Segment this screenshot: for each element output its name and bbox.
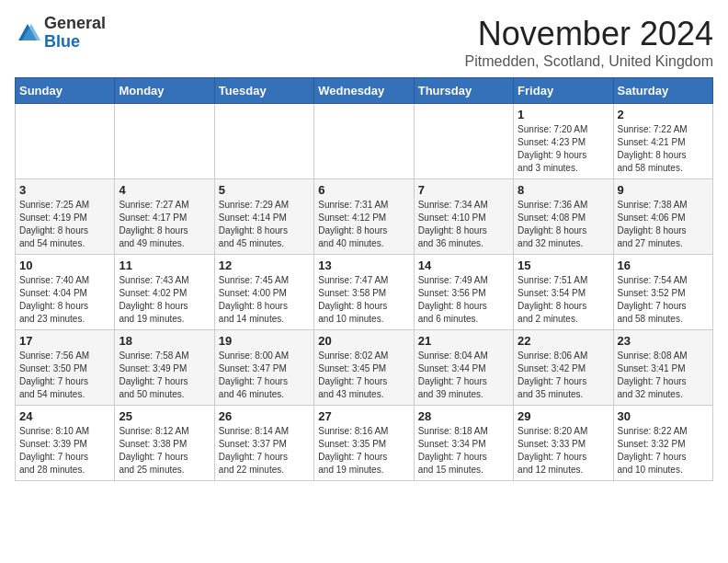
day-number: 9 — [618, 183, 709, 197]
day-detail: Sunrise: 7:36 AM Sunset: 4:08 PM Dayligh… — [518, 199, 609, 250]
day-detail: Sunrise: 8:10 AM Sunset: 3:39 PM Dayligh… — [19, 425, 110, 477]
day-cell: 11Sunrise: 7:43 AM Sunset: 4:02 PM Dayli… — [115, 255, 214, 330]
day-cell: 10Sunrise: 7:40 AM Sunset: 4:04 PM Dayli… — [16, 255, 115, 330]
day-number: 27 — [318, 409, 409, 423]
day-cell: 28Sunrise: 8:18 AM Sunset: 3:34 PM Dayli… — [414, 406, 513, 481]
week-row-1: 1Sunrise: 7:20 AM Sunset: 4:23 PM Daylig… — [16, 104, 713, 179]
header-cell-sunday: Sunday — [16, 78, 115, 104]
title-area: November 2024 Pitmedden, Scotland, Unite… — [465, 15, 713, 70]
day-cell: 15Sunrise: 7:51 AM Sunset: 3:54 PM Dayli… — [514, 255, 613, 330]
header-cell-friday: Friday — [514, 78, 613, 104]
day-detail: Sunrise: 7:58 AM Sunset: 3:49 PM Dayligh… — [119, 350, 210, 401]
week-row-2: 3Sunrise: 7:25 AM Sunset: 4:19 PM Daylig… — [16, 179, 713, 255]
day-detail: Sunrise: 7:31 AM Sunset: 4:12 PM Dayligh… — [318, 199, 409, 250]
day-number: 16 — [618, 259, 709, 272]
day-number: 6 — [318, 183, 409, 197]
day-cell: 9Sunrise: 7:38 AM Sunset: 4:06 PM Daylig… — [613, 179, 712, 255]
day-detail: Sunrise: 7:34 AM Sunset: 4:10 PM Dayligh… — [418, 199, 509, 250]
day-cell: 7Sunrise: 7:34 AM Sunset: 4:10 PM Daylig… — [414, 179, 513, 255]
day-cell: 16Sunrise: 7:54 AM Sunset: 3:52 PM Dayli… — [613, 255, 712, 330]
day-cell: 29Sunrise: 8:20 AM Sunset: 3:33 PM Dayli… — [514, 406, 613, 481]
day-number: 1 — [518, 108, 609, 121]
day-cell: 13Sunrise: 7:47 AM Sunset: 3:58 PM Dayli… — [314, 255, 414, 330]
day-detail: Sunrise: 8:00 AM Sunset: 3:47 PM Dayligh… — [219, 350, 310, 401]
day-number: 10 — [19, 259, 110, 272]
header: General Blue November 2024 Pitmedden, Sc… — [15, 15, 713, 70]
day-detail: Sunrise: 8:16 AM Sunset: 3:35 PM Dayligh… — [318, 425, 409, 477]
location: Pitmedden, Scotland, United Kingdom — [465, 53, 713, 70]
day-cell — [115, 104, 214, 179]
day-number: 15 — [518, 259, 609, 272]
header-cell-thursday: Thursday — [414, 78, 513, 104]
day-detail: Sunrise: 8:02 AM Sunset: 3:45 PM Dayligh… — [318, 350, 409, 401]
day-cell: 14Sunrise: 7:49 AM Sunset: 3:56 PM Dayli… — [414, 255, 513, 330]
day-number: 12 — [219, 259, 310, 272]
day-detail: Sunrise: 7:25 AM Sunset: 4:19 PM Dayligh… — [19, 199, 110, 250]
day-detail: Sunrise: 7:54 AM Sunset: 3:52 PM Dayligh… — [618, 274, 709, 326]
week-row-5: 24Sunrise: 8:10 AM Sunset: 3:39 PM Dayli… — [16, 406, 713, 481]
day-number: 2 — [618, 108, 709, 121]
week-row-3: 10Sunrise: 7:40 AM Sunset: 4:04 PM Dayli… — [16, 255, 713, 330]
day-number: 21 — [418, 334, 509, 348]
logo: General Blue — [15, 15, 106, 52]
header-cell-wednesday: Wednesday — [314, 78, 414, 104]
day-cell — [314, 104, 414, 179]
day-cell: 4Sunrise: 7:27 AM Sunset: 4:17 PM Daylig… — [115, 179, 214, 255]
day-detail: Sunrise: 7:40 AM Sunset: 4:04 PM Dayligh… — [19, 274, 110, 326]
day-detail: Sunrise: 8:14 AM Sunset: 3:37 PM Dayligh… — [219, 425, 310, 477]
day-number: 29 — [518, 409, 609, 423]
month-title: November 2024 — [465, 15, 713, 53]
calendar-table: SundayMondayTuesdayWednesdayThursdayFrid… — [15, 77, 713, 481]
day-detail: Sunrise: 8:20 AM Sunset: 3:33 PM Dayligh… — [518, 425, 609, 477]
logo-icon — [15, 20, 40, 46]
day-cell: 22Sunrise: 8:06 AM Sunset: 3:42 PM Dayli… — [514, 330, 613, 406]
day-detail: Sunrise: 7:43 AM Sunset: 4:02 PM Dayligh… — [119, 274, 210, 326]
day-number: 3 — [19, 183, 110, 197]
day-detail: Sunrise: 7:45 AM Sunset: 4:00 PM Dayligh… — [219, 274, 310, 326]
day-cell: 2Sunrise: 7:22 AM Sunset: 4:21 PM Daylig… — [613, 104, 712, 179]
day-cell: 6Sunrise: 7:31 AM Sunset: 4:12 PM Daylig… — [314, 179, 414, 255]
day-number: 4 — [119, 183, 210, 197]
day-detail: Sunrise: 8:06 AM Sunset: 3:42 PM Dayligh… — [518, 350, 609, 401]
day-detail: Sunrise: 8:08 AM Sunset: 3:41 PM Dayligh… — [618, 350, 709, 401]
day-detail: Sunrise: 8:12 AM Sunset: 3:38 PM Dayligh… — [119, 425, 210, 477]
day-detail: Sunrise: 7:20 AM Sunset: 4:23 PM Dayligh… — [518, 123, 609, 175]
header-cell-saturday: Saturday — [613, 78, 712, 104]
day-cell: 20Sunrise: 8:02 AM Sunset: 3:45 PM Dayli… — [314, 330, 414, 406]
day-cell: 21Sunrise: 8:04 AM Sunset: 3:44 PM Dayli… — [414, 330, 513, 406]
day-cell: 27Sunrise: 8:16 AM Sunset: 3:35 PM Dayli… — [314, 406, 414, 481]
header-cell-tuesday: Tuesday — [214, 78, 313, 104]
day-number: 22 — [518, 334, 609, 348]
day-cell: 1Sunrise: 7:20 AM Sunset: 4:23 PM Daylig… — [514, 104, 613, 179]
day-cell — [16, 104, 115, 179]
day-number: 18 — [119, 334, 210, 348]
day-number: 24 — [19, 409, 110, 423]
day-number: 26 — [219, 409, 310, 423]
day-number: 28 — [418, 409, 509, 423]
day-detail: Sunrise: 7:56 AM Sunset: 3:50 PM Dayligh… — [19, 350, 110, 401]
day-number: 8 — [518, 183, 609, 197]
day-detail: Sunrise: 8:04 AM Sunset: 3:44 PM Dayligh… — [418, 350, 509, 401]
day-cell: 24Sunrise: 8:10 AM Sunset: 3:39 PM Dayli… — [16, 406, 115, 481]
day-cell: 26Sunrise: 8:14 AM Sunset: 3:37 PM Dayli… — [214, 406, 313, 481]
header-cell-monday: Monday — [115, 78, 214, 104]
day-cell: 30Sunrise: 8:22 AM Sunset: 3:32 PM Dayli… — [613, 406, 712, 481]
day-number: 7 — [418, 183, 509, 197]
day-detail: Sunrise: 7:51 AM Sunset: 3:54 PM Dayligh… — [518, 274, 609, 326]
day-number: 19 — [219, 334, 310, 348]
day-number: 25 — [119, 409, 210, 423]
day-number: 30 — [618, 409, 709, 423]
day-number: 17 — [19, 334, 110, 348]
day-cell: 19Sunrise: 8:00 AM Sunset: 3:47 PM Dayli… — [214, 330, 313, 406]
day-detail: Sunrise: 7:27 AM Sunset: 4:17 PM Dayligh… — [119, 199, 210, 250]
logo-general-text: General — [44, 14, 106, 32]
day-cell: 12Sunrise: 7:45 AM Sunset: 4:00 PM Dayli… — [214, 255, 313, 330]
day-cell: 17Sunrise: 7:56 AM Sunset: 3:50 PM Dayli… — [16, 330, 115, 406]
day-number: 5 — [219, 183, 310, 197]
day-cell — [214, 104, 313, 179]
day-cell — [414, 104, 513, 179]
day-cell: 18Sunrise: 7:58 AM Sunset: 3:49 PM Dayli… — [115, 330, 214, 406]
day-cell: 23Sunrise: 8:08 AM Sunset: 3:41 PM Dayli… — [613, 330, 712, 406]
logo-blue-text: Blue — [44, 32, 80, 51]
day-detail: Sunrise: 8:18 AM Sunset: 3:34 PM Dayligh… — [418, 425, 509, 477]
